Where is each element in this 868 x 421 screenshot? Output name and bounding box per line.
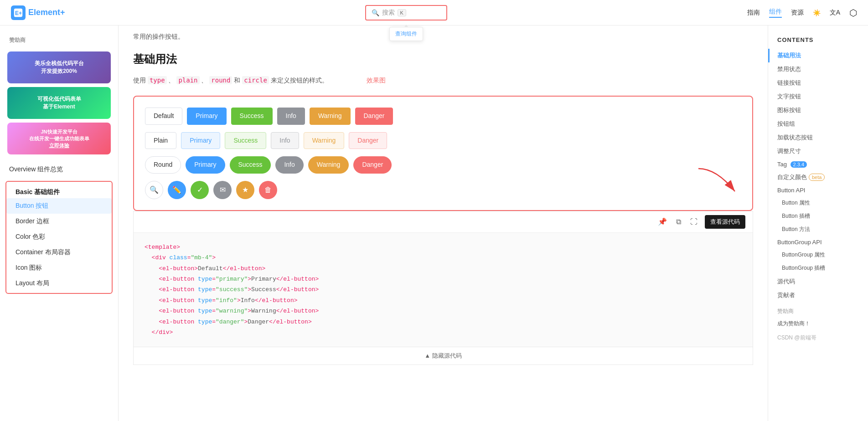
overview-item[interactable]: Overview 组件总览: [0, 162, 118, 177]
sponsor-banner-2[interactable]: 可视化低代码表单基于Element: [7, 87, 111, 119]
btn-primary[interactable]: Primary: [187, 108, 226, 125]
demo-wrapper: Default Primary Success Info Warning Dan…: [133, 96, 753, 211]
btn-round-default[interactable]: Round: [145, 156, 181, 174]
sidebar-item-border[interactable]: Border 边框: [6, 214, 112, 229]
search-inner: 🔍 搜索 K: [372, 9, 406, 17]
contents-item-tag[interactable]: Tag 2.3.4: [768, 158, 868, 170]
code-block: <template> <div class="mb-4"> <el-button…: [134, 233, 753, 347]
contents-item-button-methods[interactable]: Button 方法: [768, 223, 868, 236]
view-source-button[interactable]: 查看源代码: [705, 215, 745, 229]
sidebar-item-container[interactable]: Container 布局容器: [6, 245, 112, 260]
code-line-9: </div>: [145, 327, 742, 338]
btn-circle-delete[interactable]: 🗑: [259, 181, 277, 199]
nav-left: E+ Element+: [11, 5, 65, 20]
logo-text: Element+: [28, 8, 65, 17]
code-line-8: <el-button type="danger">Danger</el-butt…: [145, 317, 742, 327]
contents-item-source[interactable]: 源代码: [768, 275, 868, 288]
btn-round-primary[interactable]: Primary: [186, 156, 225, 174]
demo-box: Default Primary Success Info Warning Dan…: [133, 96, 753, 211]
btn-plain-default[interactable]: Plain: [145, 132, 176, 149]
sponsor-banner-3[interactable]: JN快速开发平台在线开发一键生成功能表单立即体验: [7, 123, 111, 154]
btn-circle-star[interactable]: ★: [236, 181, 254, 199]
btn-success[interactable]: Success: [231, 108, 273, 125]
sidebar-item-layout[interactable]: Layout 布局: [6, 276, 112, 291]
become-sponsor[interactable]: 成为赞助商！: [768, 317, 868, 330]
search-box[interactable]: 🔍 搜索 K: [365, 5, 447, 21]
btn-info[interactable]: Info: [277, 108, 305, 125]
contents-item-buttongroup-api[interactable]: ButtonGroup API: [768, 236, 868, 248]
contents-item-button-props[interactable]: Button 属性: [768, 196, 868, 210]
btn-circle-edit[interactable]: ✏️: [168, 181, 186, 199]
btn-default[interactable]: Default: [145, 108, 182, 125]
search-kbd: K: [398, 9, 406, 16]
section-title: 基础用法: [133, 52, 753, 67]
btn-danger[interactable]: Danger: [355, 108, 393, 125]
sidebar-item-color[interactable]: Color 色彩: [6, 229, 112, 245]
contents-title: CONTENTS: [768, 33, 868, 49]
nav-lang[interactable]: 文A: [830, 9, 840, 17]
btn-plain-primary[interactable]: Primary: [181, 132, 220, 149]
btn-round-warning[interactable]: Warning: [308, 156, 349, 174]
btn-plain-danger[interactable]: Danger: [349, 132, 387, 149]
code-line-4: <el-button type="primary">Primary</el-bu…: [145, 274, 742, 284]
sponsor-banner-1[interactable]: 美乐全栈低代码平台开发提效200%: [7, 51, 111, 83]
btn-warning[interactable]: Warning: [310, 108, 351, 125]
right-sponsor-label: 赞助商: [768, 302, 868, 317]
fullscreen-button[interactable]: ⛶: [688, 216, 699, 228]
nav-resources[interactable]: 资源: [791, 9, 804, 17]
search-area: 🔍 搜索 K 查询组件: [365, 5, 447, 21]
btn-plain-success[interactable]: Success: [225, 132, 266, 149]
sidebar-item-icon[interactable]: Icon 图标: [6, 260, 112, 276]
top-nav: E+ Element+ 🔍 搜索 K 查询组件 指南 组件 资源 ☀️ 文A ⬡: [0, 0, 868, 26]
contents-item-size[interactable]: 调整尺寸: [768, 144, 868, 158]
contents-item-buttongroup-slots[interactable]: ButtonGroup 插槽: [768, 262, 868, 275]
contents-item-group[interactable]: 按钮组: [768, 117, 868, 131]
nav-right: 指南 组件 资源 ☀️ 文A ⬡: [747, 7, 857, 18]
hide-code-label: ▲ 隐藏源代码: [424, 352, 461, 360]
contents-item-text[interactable]: 文字按钮: [768, 90, 868, 103]
csdn-watermark: CSDN @前端哥: [768, 330, 868, 345]
button-row-default: Default Primary Success Info Warning Dan…: [145, 108, 741, 125]
btn-round-danger[interactable]: Danger: [353, 156, 392, 174]
contents-item-icon[interactable]: 图标按钮: [768, 103, 868, 117]
button-row-plain: Plain Primary Success Info Warning Dange…: [145, 132, 741, 149]
intro-text: 常用的操作按钮。: [133, 33, 753, 41]
nav-components[interactable]: 组件: [769, 8, 782, 18]
btn-plain-info[interactable]: Info: [271, 132, 299, 149]
beta-badge: beta: [809, 174, 825, 181]
contents-item-custom-color[interactable]: 自定义颜色beta: [768, 170, 868, 184]
github-icon[interactable]: ⬡: [849, 7, 857, 18]
btn-circle-check[interactable]: ✓: [191, 181, 209, 199]
button-row-round: Round Primary Success Info Warning Dange…: [145, 156, 741, 174]
contents-item-loading[interactable]: 加载状态按钮: [768, 131, 868, 144]
basic-group-header: Basic 基础组件: [6, 184, 112, 198]
copy-button[interactable]: ⧉: [674, 216, 683, 228]
logo[interactable]: E+ Element+: [11, 5, 65, 20]
code-line-7: <el-button type="warning">Warning</el-bu…: [145, 306, 742, 316]
contents-item-button-api[interactable]: Button API: [768, 184, 868, 196]
btn-round-success[interactable]: Success: [230, 156, 271, 174]
pin-button[interactable]: 📌: [656, 216, 669, 228]
btn-round-info[interactable]: Info: [275, 156, 303, 174]
code-line-3: <el-button>Default</el-button>: [145, 263, 742, 274]
contents-item-button-slots[interactable]: Button 插槽: [768, 210, 868, 223]
main-content: 常用的操作按钮。 基础用法 使用 type 、 plain 、 round 和 …: [119, 26, 768, 421]
btn-plain-warning[interactable]: Warning: [304, 132, 345, 149]
effect-label: 效果图: [367, 77, 386, 84]
code-line-6: <el-button type="info">Info</el-button>: [145, 295, 742, 306]
sidebar-outlined-group: Basic 基础组件 Button 按钮 Border 边框 Color 色彩 …: [5, 181, 113, 294]
code-toolbar: 📌 ⧉ ⛶ 查看源代码: [134, 211, 753, 233]
contents-item-disabled[interactable]: 禁用状态: [768, 62, 868, 76]
nav-guide[interactable]: 指南: [747, 9, 760, 17]
right-sidebar: CONTENTS 基础用法 禁用状态 链接按钮 文字按钮 图标按钮 按钮组 加载…: [768, 26, 868, 421]
contents-item-basic[interactable]: 基础用法: [768, 49, 868, 62]
btn-circle-mail[interactable]: ✉: [213, 181, 232, 199]
theme-icon[interactable]: ☀️: [813, 9, 821, 16]
sidebar-item-button[interactable]: Button 按钮: [6, 198, 112, 214]
contents-item-contributors[interactable]: 贡献者: [768, 288, 868, 302]
btn-circle-search[interactable]: 🔍: [145, 181, 163, 199]
search-icon: 🔍: [372, 9, 379, 16]
hide-code-bar[interactable]: ▲ 隐藏源代码: [134, 347, 753, 365]
contents-item-link[interactable]: 链接按钮: [768, 76, 868, 90]
contents-item-buttongroup-props[interactable]: ButtonGroup 属性: [768, 248, 868, 262]
